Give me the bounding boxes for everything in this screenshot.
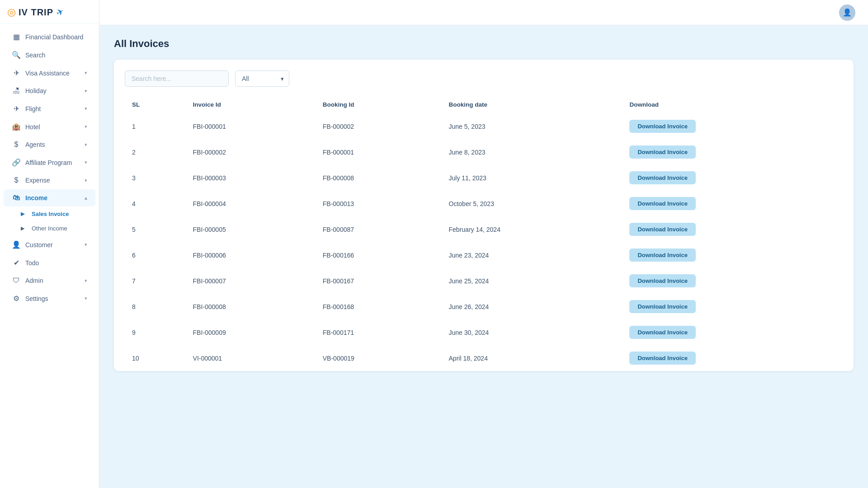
table-row: 6 FBI-000006 FB-000166 June 23, 2024 Dow…: [125, 242, 843, 268]
holiday-icon: 🏖: [12, 87, 21, 95]
cell-download: Download Invoice: [622, 165, 843, 191]
sidebar-item-label: Search: [25, 52, 45, 59]
cell-booking-id: FB-000167: [316, 268, 442, 294]
sidebar-subitem-other-income[interactable]: ▶ Other Income: [4, 221, 95, 235]
chevron-down-icon: ▾: [85, 88, 87, 94]
cell-booking-date: April 18, 2024: [442, 345, 623, 371]
sidebar-item-flight[interactable]: ✈ Flight ▾: [4, 100, 95, 117]
download-invoice-button[interactable]: Download Invoice: [629, 352, 696, 365]
sidebar-item-holiday[interactable]: 🏖 Holiday ▾: [4, 82, 95, 99]
cell-sl: 8: [125, 294, 186, 319]
income-icon: 🛍: [12, 194, 21, 202]
cell-booking-id: FB-000166: [316, 242, 442, 268]
sidebar-item-hotel[interactable]: 🏨 Hotel ▾: [4, 118, 95, 136]
agents-icon: $: [12, 141, 21, 149]
cell-booking-id: FB-000002: [316, 113, 442, 139]
sidebar-item-label: Visa Assistance: [25, 70, 70, 77]
plane-icon: ✈: [54, 5, 66, 19]
sidebar-item-label: Expense: [25, 177, 50, 184]
cell-booking-id: FB-000171: [316, 319, 442, 345]
cell-sl: 1: [125, 113, 186, 139]
sidebar-item-search[interactable]: 🔍 Search: [4, 46, 95, 64]
affiliate-icon: 🔗: [12, 158, 21, 167]
cell-booking-date: July 11, 2023: [442, 165, 623, 191]
download-invoice-button[interactable]: Download Invoice: [629, 249, 696, 262]
cell-invoice-id: FBI-000002: [186, 139, 316, 165]
sidebar-subitem-sales-invoice[interactable]: ▶ Sales Invoice: [4, 207, 95, 221]
search-input[interactable]: [125, 70, 229, 87]
sidebar-item-admin[interactable]: 🛡 Admin ▾: [4, 272, 95, 289]
sidebar-item-expense[interactable]: $ Expense ▾: [4, 172, 95, 189]
avatar[interactable]: 👤: [839, 5, 855, 21]
download-invoice-button[interactable]: Download Invoice: [629, 223, 696, 236]
topbar: 👤: [99, 0, 868, 25]
filter-select[interactable]: All FBI VI: [235, 70, 289, 87]
cell-booking-id: FB-000001: [316, 139, 442, 165]
chevron-down-icon: ▾: [85, 142, 87, 148]
sidebar-nav: ▦ Financial Dashboard 🔍 Search ✈ Visa As…: [0, 24, 99, 488]
table-row: 5 FBI-000005 FB-000087 February 14, 2024…: [125, 216, 843, 242]
cell-booking-id: VB-000019: [316, 345, 442, 371]
col-header-download: Download: [622, 97, 843, 113]
download-invoice-button[interactable]: Download Invoice: [629, 274, 696, 287]
download-invoice-button[interactable]: Download Invoice: [629, 120, 696, 133]
table-header: SL Invoice Id Booking Id Booking date Do…: [125, 97, 843, 113]
sidebar-item-income[interactable]: 🛍 Income ▴: [4, 189, 95, 206]
cell-invoice-id: FBI-000008: [186, 294, 316, 319]
sidebar: ◎ IV TRIP ✈ ▦ Financial Dashboard 🔍 Sear…: [0, 0, 99, 488]
sidebar-item-affiliate-program[interactable]: 🔗 Affiliate Program ▾: [4, 154, 95, 171]
app-name: IV TRIP: [19, 7, 53, 18]
table-row: 9 FBI-000009 FB-000171 June 30, 2024 Dow…: [125, 319, 843, 345]
cell-booking-date: June 26, 2024: [442, 294, 623, 319]
chevron-down-icon: ▾: [85, 178, 87, 183]
hotel-icon: 🏨: [12, 122, 21, 131]
sidebar-item-financial-dashboard[interactable]: ▦ Financial Dashboard: [4, 28, 95, 46]
download-invoice-button[interactable]: Download Invoice: [629, 326, 696, 339]
table-row: 7 FBI-000007 FB-000167 June 25, 2024 Dow…: [125, 268, 843, 294]
sidebar-item-label: Settings: [25, 295, 48, 302]
todo-icon: ✔: [12, 258, 21, 267]
table-body: 1 FBI-000001 FB-000002 June 5, 2023 Down…: [125, 113, 843, 371]
sidebar-item-todo[interactable]: ✔ Todo: [4, 254, 95, 272]
sidebar-item-settings[interactable]: ⚙ Settings ▾: [4, 290, 95, 307]
table-row: 10 VI-000001 VB-000019 April 18, 2024 Do…: [125, 345, 843, 371]
download-invoice-button[interactable]: Download Invoice: [629, 197, 696, 210]
invoices-card: All FBI VI ▾ SL Invoice Id Booking Id Bo…: [114, 60, 854, 371]
table-row: 2 FBI-000002 FB-000001 June 8, 2023 Down…: [125, 139, 843, 165]
table-row: 8 FBI-000008 FB-000168 June 26, 2024 Dow…: [125, 294, 843, 319]
cell-download: Download Invoice: [622, 319, 843, 345]
main-area: 👤 All Invoices All FBI VI ▾: [99, 0, 868, 488]
sidebar-item-label: Flight: [25, 105, 41, 113]
admin-icon: 🛡: [12, 277, 21, 285]
visa-icon: ✈: [12, 69, 21, 77]
table-row: 4 FBI-000004 FB-000013 October 5, 2023 D…: [125, 191, 843, 216]
download-invoice-button[interactable]: Download Invoice: [629, 300, 696, 313]
download-invoice-button[interactable]: Download Invoice: [629, 145, 696, 159]
sub-item-label: Sales Invoice: [32, 211, 69, 217]
cell-booking-id: FB-000168: [316, 294, 442, 319]
cell-download: Download Invoice: [622, 191, 843, 216]
cell-booking-date: June 8, 2023: [442, 139, 623, 165]
logo-area: ◎ IV TRIP ✈: [0, 0, 99, 24]
cell-invoice-id: VI-000001: [186, 345, 316, 371]
expense-icon: $: [12, 176, 21, 184]
sidebar-item-customer[interactable]: 👤 Customer ▾: [4, 236, 95, 253]
page-title: All Invoices: [114, 38, 854, 50]
col-header-booking-date: Booking date: [442, 97, 623, 113]
col-header-booking-id: Booking Id: [316, 97, 442, 113]
cell-invoice-id: FBI-000005: [186, 216, 316, 242]
chevron-down-icon: ▾: [85, 106, 87, 112]
sidebar-item-visa-assistance[interactable]: ✈ Visa Assistance ▾: [4, 64, 95, 82]
chevron-down-icon: ▾: [85, 242, 87, 248]
cell-invoice-id: FBI-000009: [186, 319, 316, 345]
chevron-right-icon: ▶: [21, 211, 24, 217]
dashboard-icon: ▦: [12, 33, 21, 41]
sidebar-item-label: Todo: [25, 259, 39, 267]
cell-booking-date: June 5, 2023: [442, 113, 623, 139]
download-invoice-button[interactable]: Download Invoice: [629, 171, 696, 184]
sidebar-item-agents[interactable]: $ Agents ▾: [4, 136, 95, 153]
sidebar-item-label: Agents: [25, 141, 45, 148]
sidebar-item-label: Income: [25, 194, 47, 202]
col-header-sl: SL: [125, 97, 186, 113]
chevron-down-icon: ▾: [85, 278, 87, 284]
